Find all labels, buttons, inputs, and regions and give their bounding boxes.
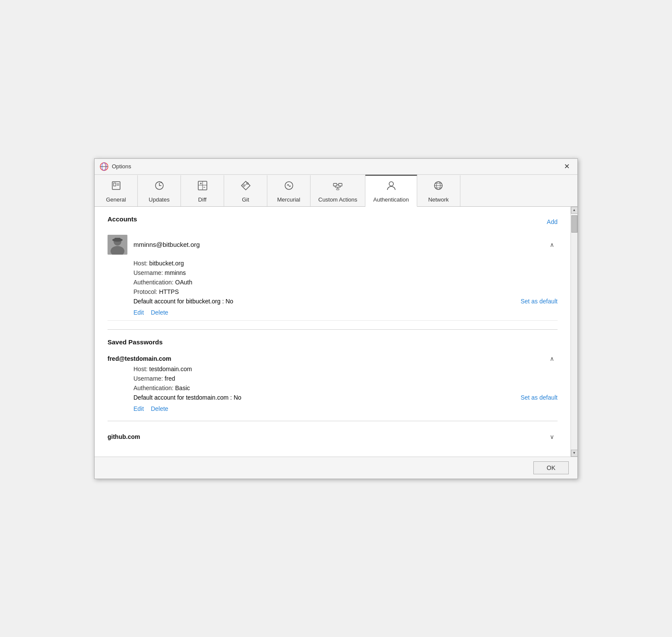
password-details-fred: Host: testdomain.com Username: fred Auth… <box>108 366 558 412</box>
protocol-row-bitbucket: Protocol: HTTPS <box>133 288 558 295</box>
default-label-fred: Default account for testdomain.com : No <box>133 394 241 401</box>
title-bar: Options ✕ <box>95 159 577 175</box>
close-button[interactable]: ✕ <box>561 162 572 171</box>
action-links-bitbucket: Edit Delete <box>133 309 558 316</box>
default-row-fred: Default account for testdomain.com : No … <box>133 394 558 401</box>
tab-diff-label: Diff <box>198 196 206 203</box>
main-area: Accounts Add <box>95 207 571 457</box>
tab-authentication-label: Authentication <box>373 196 409 203</box>
account-item-bitbucket: mminns@bitbucket.org ∧ Host: bitbucket.o… <box>108 235 558 321</box>
scroll-thumb[interactable] <box>571 215 577 233</box>
app-icon <box>100 162 108 171</box>
main-content: Accounts Add <box>95 207 577 457</box>
auth-row-bitbucket: Authentication: OAuth <box>133 279 558 286</box>
fred-divider <box>108 421 558 421</box>
host-label-fred: Host: <box>133 366 149 372</box>
host-value-bitbucket: bitbucket.org <box>149 260 184 267</box>
ok-button[interactable]: OK <box>533 461 569 474</box>
options-window: Options ✕ General <box>94 158 578 479</box>
svg-rect-25 <box>336 189 339 190</box>
tab-general-label: General <box>106 196 126 203</box>
custom-actions-icon <box>332 180 343 194</box>
auth-label: Authentication: <box>133 279 175 286</box>
tab-authentication[interactable]: Authentication <box>365 175 417 207</box>
protocol-value-bitbucket: HTTPS <box>159 288 179 295</box>
tab-git-label: Git <box>242 196 249 203</box>
svg-rect-4 <box>114 183 116 186</box>
mercurial-icon <box>283 180 295 194</box>
window-title: Options <box>112 163 131 170</box>
password-email-fred: fred@testdomain.com <box>108 355 171 362</box>
svg-point-14 <box>243 185 245 186</box>
default-row-bitbucket: Default account for bitbucket.org : No S… <box>133 298 558 305</box>
tab-network-label: Network <box>428 196 449 203</box>
username-row-fred: Username: fred <box>133 375 558 382</box>
edit-fred-link[interactable]: Edit <box>133 405 144 412</box>
username-row-bitbucket: Username: mminns <box>133 269 558 276</box>
password-header-fred: fred@testdomain.com ∧ <box>108 352 558 366</box>
tab-network[interactable]: Network <box>417 175 460 206</box>
collapse-fred-button[interactable]: ∧ <box>546 353 558 364</box>
username-label: Username: <box>133 269 165 276</box>
protocol-label: Protocol: <box>133 288 159 295</box>
svg-rect-19 <box>339 183 342 186</box>
svg-rect-36 <box>114 238 120 241</box>
accounts-section-header: Accounts Add <box>108 215 558 229</box>
accounts-divider <box>108 329 558 330</box>
add-account-link[interactable]: Add <box>547 218 558 225</box>
username-value-fred: fred <box>165 375 175 382</box>
accounts-title: Accounts <box>108 215 137 223</box>
tab-diff[interactable]: Diff <box>181 175 224 206</box>
network-icon <box>433 180 444 194</box>
tab-custom-actions[interactable]: Custom Actions <box>311 175 365 206</box>
delete-fred-link[interactable]: Delete <box>151 405 168 412</box>
set-default-bitbucket-link[interactable]: Set as default <box>520 298 558 305</box>
tab-git[interactable]: Git <box>224 175 267 206</box>
host-row-fred: Host: testdomain.com <box>133 366 558 372</box>
action-links-fred: Edit Delete <box>133 405 558 412</box>
auth-row-fred: Authentication: Basic <box>133 385 558 391</box>
auth-label-fred: Authentication: <box>133 385 175 391</box>
expand-github-button[interactable]: ∨ <box>546 432 558 442</box>
tab-mercurial-label: Mercurial <box>277 196 300 203</box>
edit-bitbucket-link[interactable]: Edit <box>133 309 144 316</box>
auth-value-fred: Basic <box>175 385 190 391</box>
tab-updates[interactable]: Updates <box>138 175 181 206</box>
tab-updates-label: Updates <box>149 196 169 203</box>
saved-passwords-title: Saved Passwords <box>108 338 558 346</box>
account-details-bitbucket: Host: bitbucket.org Username: mminns Aut… <box>108 260 558 316</box>
account-header-bitbucket: mminns@bitbucket.org ∧ <box>108 235 558 255</box>
scroll-track <box>571 214 577 450</box>
password-item-fred: fred@testdomain.com ∧ Host: testdomain.c… <box>108 352 558 412</box>
tab-custom-actions-label: Custom Actions <box>318 196 357 203</box>
auth-value-bitbucket: OAuth <box>175 279 193 286</box>
host-label: Host: <box>133 260 149 267</box>
default-label-bitbucket: Default account for bitbucket.org : No <box>133 298 233 305</box>
title-bar-left: Options <box>100 162 131 171</box>
authentication-icon <box>386 180 397 194</box>
password-email-github: github.com <box>108 433 140 440</box>
tab-mercurial[interactable]: Mercurial <box>267 175 311 206</box>
password-item-github: github.com ∨ <box>108 430 558 444</box>
git-icon <box>240 180 251 194</box>
scroll-down-button[interactable]: ▼ <box>571 450 578 457</box>
host-value-fred: testdomain.com <box>149 366 192 372</box>
delete-bitbucket-link[interactable]: Delete <box>151 309 168 316</box>
scroll-up-button[interactable]: ▲ <box>571 207 578 214</box>
username-label-fred: Username: <box>133 375 165 382</box>
collapse-bitbucket-button[interactable]: ∧ <box>546 240 558 250</box>
username-value-bitbucket: mminns <box>165 269 186 276</box>
tab-general[interactable]: General <box>95 175 138 206</box>
scrollbar: ▲ ▼ <box>571 207 577 457</box>
svg-point-26 <box>389 182 393 186</box>
svg-rect-18 <box>333 183 337 186</box>
avatar-bitbucket <box>108 235 127 255</box>
tabs-bar: General Updates <box>95 175 577 207</box>
password-header-github: github.com ∨ <box>108 430 558 444</box>
svg-line-16 <box>245 184 247 185</box>
account-header-left-bitbucket: mminns@bitbucket.org <box>108 235 200 255</box>
footer: OK <box>95 457 577 479</box>
set-default-fred-link[interactable]: Set as default <box>520 394 558 401</box>
host-row-bitbucket: Host: bitbucket.org <box>133 260 558 267</box>
updates-icon <box>154 180 165 194</box>
